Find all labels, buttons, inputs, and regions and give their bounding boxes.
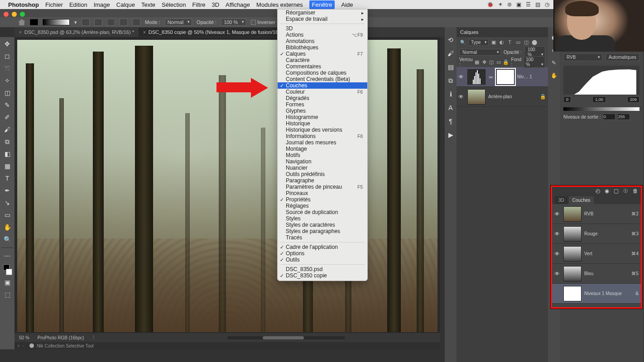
color-swatches[interactable] bbox=[2, 263, 12, 275]
menu-options[interactable]: ✓Options bbox=[278, 250, 367, 257]
link-icon[interactable]: ⫘ bbox=[488, 74, 494, 80]
filter-shape-icon[interactable]: ▭ bbox=[515, 39, 521, 45]
edit-toolbar[interactable]: ⋯ bbox=[2, 251, 12, 261]
hand-tool[interactable]: ✋ bbox=[2, 222, 12, 232]
zoom-tool[interactable]: 🔍 bbox=[2, 234, 12, 244]
visibility-icon[interactable]: 👁 bbox=[554, 231, 561, 237]
layer-mask-thumb[interactable] bbox=[496, 69, 514, 85]
gradient-type-5[interactable] bbox=[132, 19, 140, 26]
filter-smart-icon[interactable]: ◫ bbox=[523, 39, 529, 45]
layer-fill[interactable]: 100 % bbox=[524, 56, 545, 68]
layer-thumb-bg[interactable] bbox=[467, 89, 485, 105]
menu-item[interactable]: Historique bbox=[278, 120, 367, 127]
new-channel-icon[interactable]: ▢ bbox=[614, 188, 619, 194]
output-gradient[interactable] bbox=[563, 107, 639, 111]
paragraph-icon[interactable]: ¶ bbox=[447, 118, 454, 125]
wand-tool[interactable]: ✧ bbox=[2, 76, 12, 86]
menu-3d[interactable]: 3D bbox=[211, 1, 219, 8]
color-profile-readout[interactable]: ProPhoto RGB (16bpc) bbox=[38, 335, 84, 340]
menu-item[interactable]: Bibliothèques bbox=[278, 44, 367, 51]
lasso-tool[interactable]: ➰ bbox=[2, 63, 12, 73]
eyedropper-tool[interactable]: ✐ bbox=[2, 112, 12, 122]
gradient-type-3[interactable] bbox=[107, 19, 115, 26]
visibility-icon[interactable]: 👁 bbox=[458, 94, 465, 100]
chevron-right-icon[interactable]: 〉 bbox=[92, 334, 97, 341]
blend-mode-select[interactable]: Normal bbox=[459, 49, 501, 56]
menu-item[interactable]: Paragraphe bbox=[278, 177, 367, 184]
doc-icon[interactable]: ▤ bbox=[535, 1, 540, 8]
menu-reorganiser[interactable]: Réorganiser bbox=[278, 10, 367, 16]
menu-item[interactable]: Dégradés bbox=[278, 95, 367, 101]
brush-tool[interactable]: 🖌 bbox=[2, 124, 12, 134]
crop-tool[interactable]: ◫ bbox=[2, 88, 12, 98]
channel-row[interactable]: 👁Bleu⌘5 bbox=[552, 264, 641, 284]
menu-item[interactable]: Caractère bbox=[278, 57, 367, 63]
eye-icon[interactable]: ⊚ bbox=[507, 1, 512, 8]
menu-item[interactable]: Réglages bbox=[278, 203, 367, 209]
tab-doc1[interactable]: ×DSC_8350.psd @ 63,2% (Arrière-plan, RVB… bbox=[14, 28, 139, 37]
menu-edition[interactable]: Edition bbox=[69, 1, 87, 8]
eraser-tool[interactable]: ◧ bbox=[2, 149, 12, 159]
camera-icon[interactable]: ▣ bbox=[516, 1, 521, 8]
gradient-type-1[interactable] bbox=[82, 19, 90, 26]
marquee-tool[interactable]: ◻ bbox=[2, 51, 12, 61]
menu-item[interactable]: Motifs bbox=[278, 152, 367, 158]
menu-doc1[interactable]: DSC_8350.psd bbox=[278, 266, 367, 272]
menu-item[interactable]: Formes bbox=[278, 101, 367, 108]
menu-item[interactable]: Annotations bbox=[278, 38, 367, 44]
clone-tool[interactable]: ⧉ bbox=[2, 137, 12, 147]
fg-swatch[interactable] bbox=[30, 19, 38, 25]
menu-doc2[interactable]: ✓DSC_8350 copie bbox=[278, 272, 367, 279]
menu-item[interactable]: Navigation bbox=[278, 158, 367, 165]
clone-source-icon[interactable]: ⧉ bbox=[447, 77, 454, 84]
menu-item[interactable]: Nuancier bbox=[278, 165, 367, 171]
opacity-value[interactable]: 100 % bbox=[221, 19, 246, 26]
gradient-tool[interactable]: ▦ bbox=[2, 161, 12, 171]
menu-item[interactable]: Outils prédéfinis bbox=[278, 171, 367, 177]
menu-item[interactable]: Journal des mesures bbox=[278, 139, 367, 146]
quickmask-tool[interactable]: ▣ bbox=[2, 277, 12, 287]
menu-image[interactable]: Image bbox=[94, 1, 110, 8]
menu-item[interactable]: Source de duplication bbox=[278, 209, 367, 215]
filter-adjust-icon[interactable]: ◐ bbox=[499, 39, 505, 45]
menu-affichage[interactable]: Affichage bbox=[226, 1, 250, 8]
lock-artboard-icon[interactable]: ▭ bbox=[496, 59, 501, 65]
visibility-icon[interactable]: 👁 bbox=[458, 74, 465, 80]
lock-pixels-icon[interactable]: ▦ bbox=[474, 59, 480, 65]
hand-icon[interactable]: ✋ bbox=[551, 72, 557, 79]
inverser-checkbox[interactable]: Inverser bbox=[251, 19, 275, 25]
close-icon[interactable]: × bbox=[143, 30, 146, 35]
visibility-icon[interactable]: 👁 bbox=[554, 271, 561, 277]
menu-item[interactable]: Styles bbox=[278, 215, 367, 222]
menu-item[interactable]: Compositions de calques bbox=[278, 70, 367, 76]
link-icon[interactable]: ☉ bbox=[623, 188, 628, 194]
path-tool[interactable]: ↘ bbox=[2, 198, 12, 208]
close-button[interactable] bbox=[4, 12, 9, 17]
layer-filter-type[interactable]: Type bbox=[468, 39, 489, 46]
ladybug-icon[interactable]: 🐞 bbox=[487, 1, 494, 8]
menu-item[interactable]: Glyphes bbox=[278, 108, 367, 114]
menu-item[interactable]: Paramètres de pinceauF5 bbox=[278, 184, 367, 190]
visibility-icon[interactable]: 👁 bbox=[554, 251, 561, 257]
channel-row[interactable]: 👁RVB⌘2 bbox=[552, 204, 641, 224]
channel-row[interactable]: 👁Vert⌘4 bbox=[552, 244, 641, 264]
load-selection-icon[interactable]: ◴ bbox=[596, 188, 600, 194]
channel-row[interactable]: Niveaux 1 Masque& bbox=[552, 284, 641, 304]
menu-fenetre[interactable]: Fenêtre bbox=[309, 0, 335, 9]
layer-row-levels[interactable]: 👁 ⫘ Niv… 1 bbox=[457, 67, 548, 87]
brush-icon[interactable]: 🖌 bbox=[447, 50, 454, 57]
minimize-icon[interactable]: ▫ bbox=[23, 343, 24, 348]
menu-item[interactable]: Histogramme bbox=[278, 114, 367, 120]
gradient-preview[interactable] bbox=[43, 19, 70, 25]
menu-espace-travail[interactable]: Espace de travail bbox=[278, 16, 367, 22]
horizontal-scrollbar[interactable] bbox=[227, 336, 345, 339]
clock-icon[interactable]: ◷ bbox=[545, 1, 549, 8]
mode-select[interactable]: Normal bbox=[165, 19, 192, 26]
mid-point[interactable]: 1,00 bbox=[592, 96, 606, 103]
minimize-button[interactable] bbox=[12, 12, 17, 17]
filter-type-icon[interactable]: T bbox=[507, 39, 513, 45]
menu-item[interactable]: 3D bbox=[278, 25, 367, 32]
output-low[interactable] bbox=[603, 114, 615, 120]
menu-aide[interactable]: Aide bbox=[341, 1, 353, 8]
menu-calque[interactable]: Calque bbox=[116, 1, 135, 8]
